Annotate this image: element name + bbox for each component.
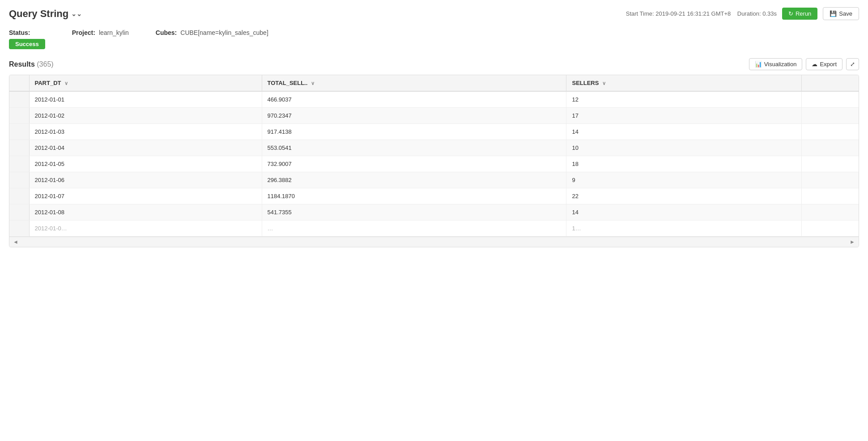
scroll-right-icon[interactable]: ► xyxy=(850,239,855,245)
save-label: Save xyxy=(839,10,852,17)
cubes-value: CUBE[name=kylin_sales_cube] xyxy=(180,29,268,36)
cell-index xyxy=(9,188,29,204)
expand-button[interactable]: ⤢ xyxy=(846,58,859,70)
visualization-icon: 📊 xyxy=(755,61,762,68)
start-time-meta: Start Time: 2019-09-21 16:31:21 GMT+8 Du… xyxy=(626,10,777,17)
cell-part-dt: 2012-01-01 xyxy=(29,91,262,108)
duration-label: Duration: xyxy=(737,10,761,17)
cell-index xyxy=(9,172,29,188)
scroll-left-icon[interactable]: ◄ xyxy=(13,239,18,245)
cell-sellers: 1… xyxy=(566,220,801,237)
cell-part-dt: 2012-01-08 xyxy=(29,204,262,220)
rerun-button[interactable]: ↻ Rerun xyxy=(782,8,817,20)
rerun-icon: ↻ xyxy=(788,10,793,17)
cell-extra xyxy=(801,188,859,204)
cell-total-sell: … xyxy=(262,220,566,237)
status-label: Status: xyxy=(9,29,45,36)
col-header-index xyxy=(9,75,29,91)
table-row: 2012-01-05732.900718 xyxy=(9,156,859,172)
cell-sellers: 22 xyxy=(566,188,801,204)
status-block: Status: Success xyxy=(9,29,45,49)
cell-index xyxy=(9,91,29,108)
col-header-extra xyxy=(801,75,859,91)
cell-extra xyxy=(801,172,859,188)
project-value: learn_kylin xyxy=(99,29,129,36)
col-header-part-dt[interactable]: PART_DT ∨ xyxy=(29,75,262,91)
table-scroll-area[interactable]: PART_DT ∨ TOTAL_SELL.. ∨ SELLERS ∨ 2012-… xyxy=(9,75,859,237)
cell-extra xyxy=(801,156,859,172)
cell-index xyxy=(9,204,29,220)
results-actions: 📊 Visualization ☁ Export ⤢ xyxy=(749,58,859,70)
table-row: 2012-01-04553.054110 xyxy=(9,140,859,156)
cell-extra xyxy=(801,108,859,124)
cell-sellers: 9 xyxy=(566,172,801,188)
export-icon: ☁ xyxy=(812,61,817,68)
duration-value: 0.33s xyxy=(762,10,777,17)
cell-part-dt: 2012-01-05 xyxy=(29,156,262,172)
expand-icon: ⤢ xyxy=(850,61,855,68)
results-title: Results (365) xyxy=(9,60,54,68)
table-row: 2012-01-06296.38829 xyxy=(9,172,859,188)
sort-icon-part-dt: ∨ xyxy=(64,81,68,86)
table-row: 2012-01-071184.187022 xyxy=(9,188,859,204)
cell-part-dt: 2012-01-07 xyxy=(29,188,262,204)
cell-total-sell: 553.0541 xyxy=(262,140,566,156)
table-scrollbar-bottom: ◄ ► xyxy=(9,237,859,247)
table-row: 2012-01-0……1… xyxy=(9,220,859,237)
table-row: 2012-01-02970.234717 xyxy=(9,108,859,124)
cubes-block: Cubes: CUBE[name=kylin_sales_cube] xyxy=(156,29,268,36)
cell-total-sell: 541.7355 xyxy=(262,204,566,220)
save-icon: 💾 xyxy=(830,10,837,17)
cell-extra xyxy=(801,91,859,108)
export-button[interactable]: ☁ Export xyxy=(806,58,842,70)
export-label: Export xyxy=(820,61,837,68)
cubes-label: Cubes: xyxy=(156,29,177,36)
cell-sellers: 17 xyxy=(566,108,801,124)
page-title: Query String ⌄⌄ xyxy=(9,8,82,20)
results-header: Results (365) 📊 Visualization ☁ Export ⤢ xyxy=(9,58,859,70)
status-badge: Success xyxy=(9,39,45,49)
table-row: 2012-01-08541.735514 xyxy=(9,204,859,220)
cell-index xyxy=(9,220,29,237)
cell-total-sell: 732.9007 xyxy=(262,156,566,172)
header-bar: Query String ⌄⌄ Start Time: 2019-09-21 1… xyxy=(9,7,859,20)
project-label: Project: xyxy=(72,29,95,36)
cell-part-dt: 2012-01-0… xyxy=(29,220,262,237)
cell-part-dt: 2012-01-02 xyxy=(29,108,262,124)
col-header-sellers[interactable]: SELLERS ∨ xyxy=(566,75,801,91)
sort-icon-sellers: ∨ xyxy=(602,81,606,86)
header-actions: Start Time: 2019-09-21 16:31:21 GMT+8 Du… xyxy=(626,7,859,20)
visualization-button[interactable]: 📊 Visualization xyxy=(749,58,803,70)
chevron-down-icon[interactable]: ⌄⌄ xyxy=(71,10,82,17)
cell-sellers: 14 xyxy=(566,124,801,140)
cell-extra xyxy=(801,140,859,156)
cell-sellers: 12 xyxy=(566,91,801,108)
cell-sellers: 14 xyxy=(566,204,801,220)
rerun-label: Rerun xyxy=(796,10,811,17)
cell-total-sell: 296.3882 xyxy=(262,172,566,188)
cell-total-sell: 466.9037 xyxy=(262,91,566,108)
start-time-label: Start Time: xyxy=(626,10,654,17)
sort-icon-total-sell: ∨ xyxy=(311,81,315,86)
cell-index xyxy=(9,156,29,172)
start-time-value: 2019-09-21 16:31:21 GMT+8 xyxy=(655,10,731,17)
cell-total-sell: 1184.1870 xyxy=(262,188,566,204)
cell-sellers: 18 xyxy=(566,156,801,172)
results-label: Results xyxy=(9,60,35,68)
cell-part-dt: 2012-01-03 xyxy=(29,124,262,140)
cell-extra xyxy=(801,220,859,237)
save-button[interactable]: 💾 Save xyxy=(823,7,859,20)
results-count: (365) xyxy=(37,60,53,68)
cell-index xyxy=(9,108,29,124)
col-header-total-sell[interactable]: TOTAL_SELL.. ∨ xyxy=(262,75,566,91)
cell-extra xyxy=(801,204,859,220)
table-header-row: PART_DT ∨ TOTAL_SELL.. ∨ SELLERS ∨ xyxy=(9,75,859,91)
visualization-label: Visualization xyxy=(764,61,797,68)
info-row: Status: Success Project: learn_kylin Cub… xyxy=(9,29,859,49)
cell-part-dt: 2012-01-04 xyxy=(29,140,262,156)
results-table-wrapper: PART_DT ∨ TOTAL_SELL.. ∨ SELLERS ∨ 2012-… xyxy=(9,75,859,247)
cell-extra xyxy=(801,124,859,140)
cell-index xyxy=(9,124,29,140)
table-row: 2012-01-01466.903712 xyxy=(9,91,859,108)
results-table: PART_DT ∨ TOTAL_SELL.. ∨ SELLERS ∨ 2012-… xyxy=(9,75,859,237)
